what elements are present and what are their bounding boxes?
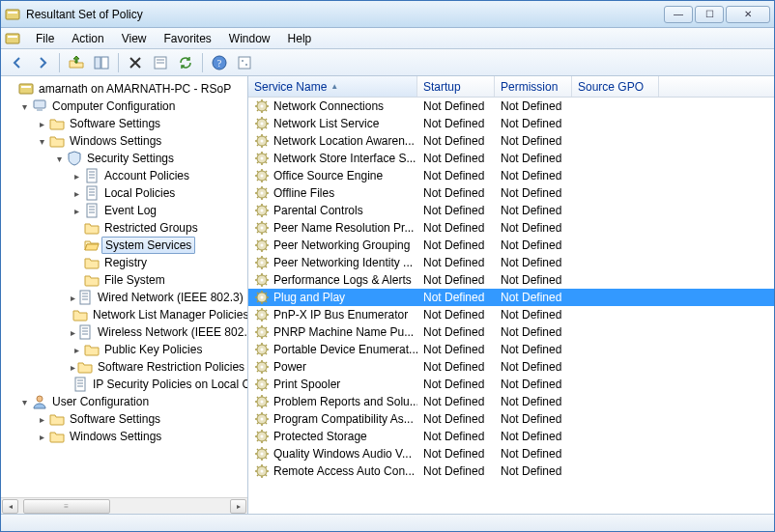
- expand-toggle-icon[interactable]: ▸: [36, 432, 47, 442]
- expand-toggle-icon[interactable]: ▸: [71, 171, 82, 182]
- column-service-name[interactable]: Service Name ▲: [248, 76, 417, 97]
- properties-button[interactable]: [150, 52, 171, 73]
- service-row[interactable]: Quality Windows Audio V... Not Defined N…: [248, 445, 774, 462]
- permission-cell: Not Defined: [495, 204, 572, 217]
- folder-icon: [49, 411, 65, 427]
- scroll-track[interactable]: ≡: [19, 499, 229, 514]
- close-button[interactable]: ✕: [726, 6, 770, 23]
- up-one-level-button[interactable]: [66, 52, 87, 73]
- tree-root[interactable]: amarnath on AMARNATH-PC - RSoP: [5, 80, 247, 98]
- tree-item[interactable]: ▸ Software Restriction Policies: [5, 358, 247, 376]
- tree-item[interactable]: Registry: [5, 254, 247, 271]
- expand-toggle-icon[interactable]: ▸: [36, 414, 47, 425]
- options-button[interactable]: [234, 52, 255, 73]
- column-permission[interactable]: Permission: [495, 76, 572, 97]
- service-row[interactable]: Performance Logs & Alerts Not Defined No…: [248, 271, 774, 289]
- forward-button[interactable]: [32, 52, 53, 73]
- tree-item[interactable]: System Services: [5, 237, 247, 254]
- tree-item[interactable]: ▾ Computer Configuration: [5, 98, 247, 115]
- tree-item[interactable]: ▾ Security Settings: [5, 150, 247, 167]
- column-source-gpo[interactable]: Source GPO: [572, 76, 659, 97]
- tree-item[interactable]: ▾ User Configuration: [5, 393, 247, 410]
- tree-item[interactable]: File System: [5, 271, 247, 289]
- menu-help[interactable]: Help: [280, 30, 320, 47]
- scroll-right-button[interactable]: ▸: [230, 499, 246, 514]
- tree-label: Software Settings: [67, 116, 163, 131]
- startup-cell: Not Defined: [417, 238, 495, 252]
- service-row[interactable]: Program Compatibility As... Not Defined …: [248, 410, 774, 428]
- expand-toggle-icon[interactable]: ▾: [18, 397, 30, 407]
- tree-item[interactable]: ▸ Account Policies: [5, 167, 247, 184]
- service-list[interactable]: Network Connections Not Defined Not Defi…: [248, 98, 774, 514]
- service-name-cell: Portable Device Enumerat...: [248, 342, 417, 357]
- toolbar-separator: [59, 53, 60, 72]
- tree-item[interactable]: Network List Manager Policies: [5, 306, 247, 323]
- service-row[interactable]: Remote Access Auto Con... Not Defined No…: [248, 462, 774, 480]
- tree-label: Wired Network (IEEE 802.3): [95, 290, 246, 305]
- menu-view[interactable]: View: [114, 30, 155, 47]
- expand-toggle-icon[interactable]: ▸: [71, 188, 82, 199]
- export-list-button[interactable]: [175, 52, 196, 73]
- permission-cell: Not Defined: [495, 152, 572, 165]
- service-row[interactable]: Offline Files Not Defined Not Defined: [248, 184, 774, 202]
- menu-action[interactable]: Action: [64, 30, 111, 47]
- back-button[interactable]: [7, 52, 28, 73]
- expand-toggle-icon[interactable]: ▾: [36, 136, 47, 147]
- expand-toggle-icon[interactable]: ▸: [71, 327, 75, 338]
- gear-icon: [254, 377, 270, 392]
- tree-item[interactable]: ▸ Wired Network (IEEE 802.3): [5, 289, 247, 306]
- expand-toggle-icon[interactable]: ▸: [71, 345, 82, 355]
- tree-item[interactable]: ▸ Windows Settings: [5, 428, 247, 445]
- service-row[interactable]: Network Location Awaren... Not Defined N…: [248, 132, 774, 150]
- service-row[interactable]: Peer Networking Identity ... Not Defined…: [248, 254, 774, 271]
- tree-item[interactable]: ▸ Public Key Policies: [5, 341, 247, 358]
- expand-toggle-icon[interactable]: ▸: [71, 362, 75, 373]
- scroll-left-button[interactable]: ◂: [2, 499, 18, 514]
- menu-window[interactable]: Window: [221, 30, 278, 47]
- menu-file[interactable]: File: [28, 30, 62, 47]
- permission-cell: Not Defined: [495, 99, 572, 113]
- expand-toggle-icon[interactable]: ▸: [71, 206, 82, 216]
- tree-item[interactable]: Restricted Groups: [5, 219, 247, 237]
- expand-toggle-icon[interactable]: ▾: [53, 154, 65, 164]
- service-row[interactable]: Network Connections Not Defined Not Defi…: [248, 98, 774, 115]
- service-row[interactable]: Peer Networking Grouping Not Defined Not…: [248, 237, 774, 254]
- tree-horizontal-scrollbar[interactable]: ◂ ≡ ▸: [1, 497, 247, 514]
- tree-item[interactable]: ▸ Software Settings: [5, 115, 247, 132]
- scroll-thumb[interactable]: ≡: [23, 499, 110, 514]
- service-row[interactable]: Parental Controls Not Defined Not Define…: [248, 202, 774, 219]
- service-row[interactable]: Print Spooler Not Defined Not Defined: [248, 376, 774, 393]
- tree-item[interactable]: ▸ Wireless Network (IEEE 802.11): [5, 323, 247, 341]
- tree-item[interactable]: ▸ Event Log: [5, 202, 247, 219]
- service-row[interactable]: Peer Name Resolution Pr... Not Defined N…: [248, 219, 774, 237]
- console-tree[interactable]: amarnath on AMARNATH-PC - RSoP▾ Computer…: [1, 76, 247, 497]
- permission-cell: Not Defined: [495, 447, 572, 461]
- expand-toggle-icon[interactable]: ▾: [18, 101, 30, 112]
- expand-toggle-icon[interactable]: ▸: [36, 119, 47, 129]
- delete-button[interactable]: [125, 52, 146, 73]
- tree-item[interactable]: ▾ Windows Settings: [5, 132, 247, 150]
- service-row[interactable]: PnP-X IP Bus Enumerator Not Defined Not …: [248, 306, 774, 323]
- service-row[interactable]: Network List Service Not Defined Not Def…: [248, 115, 774, 132]
- service-row[interactable]: PNRP Machine Name Pu... Not Defined Not …: [248, 323, 774, 341]
- service-row[interactable]: Network Store Interface S... Not Defined…: [248, 150, 774, 167]
- tree-item[interactable]: ▸ Software Settings: [5, 410, 247, 428]
- column-startup[interactable]: Startup: [417, 76, 495, 97]
- service-row[interactable]: Protected Storage Not Defined Not Define…: [248, 428, 774, 445]
- service-row[interactable]: Problem Reports and Solu... Not Defined …: [248, 393, 774, 410]
- show-hide-tree-button[interactable]: [91, 52, 112, 73]
- tree-item[interactable]: ▸ Local Policies: [5, 184, 247, 202]
- expand-toggle-icon[interactable]: ▸: [71, 293, 75, 303]
- service-row[interactable]: Portable Device Enumerat... Not Defined …: [248, 341, 774, 358]
- titlebar[interactable]: Resultant Set of Policy — ☐ ✕: [1, 1, 774, 28]
- help-button[interactable]: [209, 52, 230, 73]
- tree-item[interactable]: IP Security Policies on Local Computer: [5, 376, 247, 393]
- maximize-button[interactable]: ☐: [695, 6, 724, 23]
- service-row[interactable]: Power Not Defined Not Defined: [248, 358, 774, 376]
- gear-icon: [254, 429, 270, 444]
- service-row[interactable]: Plug and Play Not Defined Not Defined: [248, 289, 774, 306]
- service-row[interactable]: Office Source Engine Not Defined Not Def…: [248, 167, 774, 184]
- tree-label: Public Key Policies: [101, 342, 205, 357]
- menu-favorites[interactable]: Favorites: [157, 30, 219, 47]
- minimize-button[interactable]: —: [664, 6, 693, 23]
